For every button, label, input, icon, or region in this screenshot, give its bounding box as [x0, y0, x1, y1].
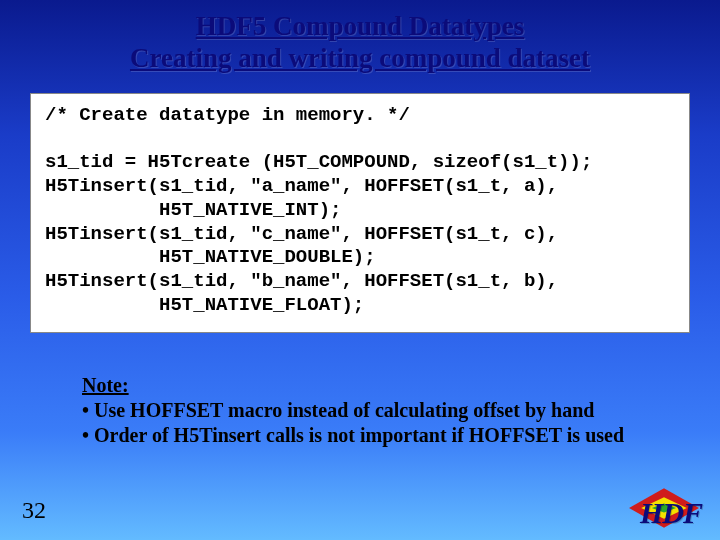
code-block: /* Create datatype in memory. */ s1_tid … [30, 93, 690, 333]
title-line-2: Creating and writing compound dataset [0, 42, 720, 74]
code-line: H5T_NATIVE_DOUBLE); [45, 246, 376, 268]
hdf-logo-text: HDF [640, 496, 702, 530]
code-line: H5T_NATIVE_INT); [45, 199, 341, 221]
code-comment: /* Create datatype in memory. */ [45, 104, 410, 126]
note-heading: Note: [82, 373, 660, 398]
note-bullet: • Order of H5Tinsert calls is not import… [82, 423, 660, 448]
code-line: H5Tinsert(s1_tid, "a_name", HOFFSET(s1_t… [45, 175, 558, 197]
slide-title: HDF5 Compound Datatypes Creating and wri… [0, 0, 720, 75]
code-line: H5T_NATIVE_FLOAT); [45, 294, 364, 316]
code-line: s1_tid = H5Tcreate (H5T_COMPOUND, sizeof… [45, 151, 592, 173]
note-block: Note: • Use HOFFSET macro instead of cal… [82, 373, 660, 448]
slide: HDF5 Compound Datatypes Creating and wri… [0, 0, 720, 540]
code-line: H5Tinsert(s1_tid, "b_name", HOFFSET(s1_t… [45, 270, 558, 292]
code-line: H5Tinsert(s1_tid, "c_name", HOFFSET(s1_t… [45, 223, 558, 245]
page-number: 32 [22, 497, 46, 524]
note-bullet: • Use HOFFSET macro instead of calculati… [82, 398, 660, 423]
title-line-1: HDF5 Compound Datatypes [0, 10, 720, 42]
